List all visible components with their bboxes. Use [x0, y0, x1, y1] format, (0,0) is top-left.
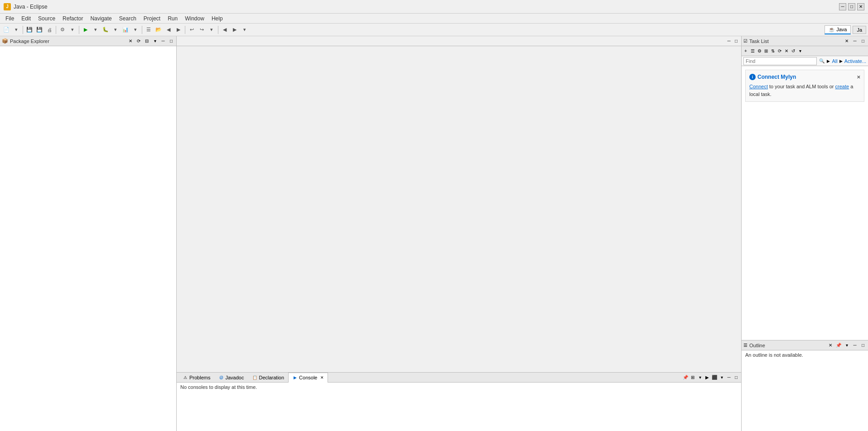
save-all-button[interactable]: 💾 [35, 25, 44, 34]
run-dropdown[interactable]: ▾ [91, 25, 100, 34]
outline-maximize-icon[interactable]: □ [860, 342, 866, 349]
find-search-icon[interactable]: 🔍 [819, 58, 825, 64]
console-message: No consoles to display at this time. [180, 384, 257, 390]
pe-minimize-icon[interactable]: ─ [160, 38, 166, 44]
debug-dropdown[interactable]: ▾ [111, 25, 120, 34]
editor-content [177, 46, 741, 372]
coverage-button[interactable]: 📊 [121, 25, 130, 34]
mylyn-create-link[interactable]: create [835, 84, 849, 89]
next-button[interactable]: ▶ [230, 25, 239, 34]
mylyn-title-text: Connect Mylyn [757, 74, 796, 80]
window-controls: ─ □ ✕ [839, 3, 864, 10]
task-sync-icon[interactable]: ⟳ [776, 48, 783, 54]
menu-run[interactable]: Run [164, 14, 181, 23]
title-bar: J Java - Eclipse ─ □ ✕ [0, 0, 868, 14]
menu-file[interactable]: File [2, 14, 18, 23]
coverage-dropdown[interactable]: ▾ [131, 25, 140, 34]
bottom-dropdown-icon[interactable]: ▾ [719, 374, 725, 381]
print-button[interactable]: 🖨 [45, 25, 54, 34]
task-category-icon[interactable]: ☰ [749, 48, 756, 54]
next-edit-button[interactable]: ▶ [174, 25, 183, 34]
outline-close-icon[interactable]: ✕ [827, 342, 834, 349]
tab-console-label: Console [299, 375, 317, 380]
pe-menu-icon[interactable]: ▾ [152, 38, 158, 44]
build-button[interactable]: ⚙ [58, 25, 67, 34]
close-button[interactable]: ✕ [857, 3, 864, 10]
tab-javadoc-label: Javadoc [225, 375, 244, 380]
task-menu-icon[interactable]: ▾ [797, 48, 803, 54]
task-find-row: 🔍 ▶ All ▶ Activate... [742, 56, 868, 66]
bottom-panel: ⚠ Problems @ Javadoc 📋 Declaration ▶ Con… [177, 372, 741, 431]
ja-perspective-label: Ja [857, 27, 862, 33]
new-file-button[interactable]: 📄 [2, 25, 11, 34]
tab-javadoc[interactable]: @ Javadoc [214, 373, 248, 383]
tab-console[interactable]: ▶ Console ✕ [288, 373, 328, 383]
bottom-run-icon[interactable]: ▶ [704, 374, 710, 381]
menu-refactor[interactable]: Refactor [59, 14, 87, 23]
task-filter-icon[interactable]: ⚙ [756, 48, 762, 54]
outline-header: ☰ Outline ✕ 📌 ▾ ─ □ [742, 340, 868, 350]
task-refresh-icon[interactable]: ↺ [790, 48, 796, 54]
bottom-stop-icon[interactable]: ⬛ [711, 374, 718, 381]
bottom-minimize-icon[interactable]: ─ [726, 374, 732, 381]
pe-collapse-icon[interactable]: ⊟ [144, 38, 150, 44]
open-resource-button[interactable]: 📂 [154, 25, 163, 34]
undo-button[interactable]: ↩ [187, 25, 196, 34]
redo-button[interactable]: ↪ [197, 25, 206, 34]
tasklist-minimize-icon[interactable]: ─ [852, 38, 858, 44]
prev-edit-button[interactable]: ◀ [164, 25, 173, 34]
tab-problems-label: Problems [189, 375, 210, 380]
bottom-menu-icon[interactable]: ▾ [697, 374, 703, 381]
minimize-button[interactable]: ─ [839, 3, 846, 10]
task-sort-icon[interactable]: ⇅ [770, 48, 776, 54]
bottom-pin-icon[interactable]: 📌 [682, 374, 689, 381]
outline-menu-icon[interactable]: ▾ [844, 342, 850, 349]
tasklist-maximize-icon[interactable]: □ [860, 38, 866, 44]
outline-minimize-icon[interactable]: ─ [852, 342, 858, 349]
menu-navigate[interactable]: Navigate [87, 14, 115, 23]
bottom-new-icon[interactable]: ⊞ [690, 374, 696, 381]
menu-help[interactable]: Help [208, 14, 227, 23]
mylyn-connect-link[interactable]: Connect [749, 84, 768, 89]
debug-button[interactable]: 🐛 [101, 25, 110, 34]
maximize-button[interactable]: □ [848, 3, 855, 10]
menu-project[interactable]: Project [140, 14, 164, 23]
menu-window[interactable]: Window [181, 14, 208, 23]
prev-button[interactable]: ◀ [220, 25, 229, 34]
mylyn-close-button[interactable]: ✕ [857, 75, 860, 80]
find-all-link[interactable]: All [832, 58, 837, 64]
activate-link[interactable]: Activate... [844, 58, 866, 64]
toolbar-dropdown2[interactable]: ▾ [68, 25, 77, 34]
pe-sync-icon[interactable]: ⟳ [135, 38, 142, 44]
menu-search[interactable]: Search [116, 14, 140, 23]
task-list-body: i Connect Mylyn ✕ Connect to your task a… [742, 66, 868, 340]
toolbar-dropdown1[interactable]: ▾ [12, 25, 21, 34]
tasklist-close-icon[interactable]: ✕ [844, 38, 850, 44]
task-find-input[interactable] [743, 57, 817, 65]
console-close-icon[interactable]: ✕ [320, 375, 324, 380]
tab-problems[interactable]: ⚠ Problems [178, 373, 214, 383]
toolbar-sep-6 [218, 26, 218, 34]
run-button[interactable]: ▶ [81, 25, 90, 34]
bottom-maximize-icon[interactable]: □ [733, 374, 739, 381]
pe-close-icon[interactable]: ✕ [127, 38, 134, 44]
open-type-button[interactable]: ☰ [144, 25, 153, 34]
ja-perspective-button[interactable]: Ja [853, 26, 866, 34]
task-group-icon[interactable]: ⊞ [763, 48, 769, 54]
task-remove-icon[interactable]: ✕ [783, 48, 790, 54]
menu-source[interactable]: Source [34, 14, 59, 23]
undo-dropdown[interactable]: ▾ [207, 25, 216, 34]
outline-message: An outline is not available. [745, 352, 803, 358]
editor-minimize-button[interactable]: ─ [726, 38, 732, 44]
task-add-icon[interactable]: + [743, 48, 749, 54]
save-button[interactable]: 💾 [25, 25, 34, 34]
tab-declaration[interactable]: 📋 Declaration [248, 373, 288, 383]
editor-area: ─ □ ⚠ Problems @ Javadoc 📋 Declaration [177, 36, 741, 431]
outline-pin-icon[interactable]: 📌 [835, 342, 842, 349]
java-perspective-button[interactable]: ☕ Java [825, 25, 851, 34]
nav-dropdown[interactable]: ▾ [240, 25, 249, 34]
editor-maximize-button[interactable]: □ [733, 38, 739, 44]
pe-maximize-icon[interactable]: □ [168, 38, 174, 44]
menu-edit[interactable]: Edit [18, 14, 34, 23]
mylyn-title-row: i Connect Mylyn ✕ [749, 74, 860, 80]
